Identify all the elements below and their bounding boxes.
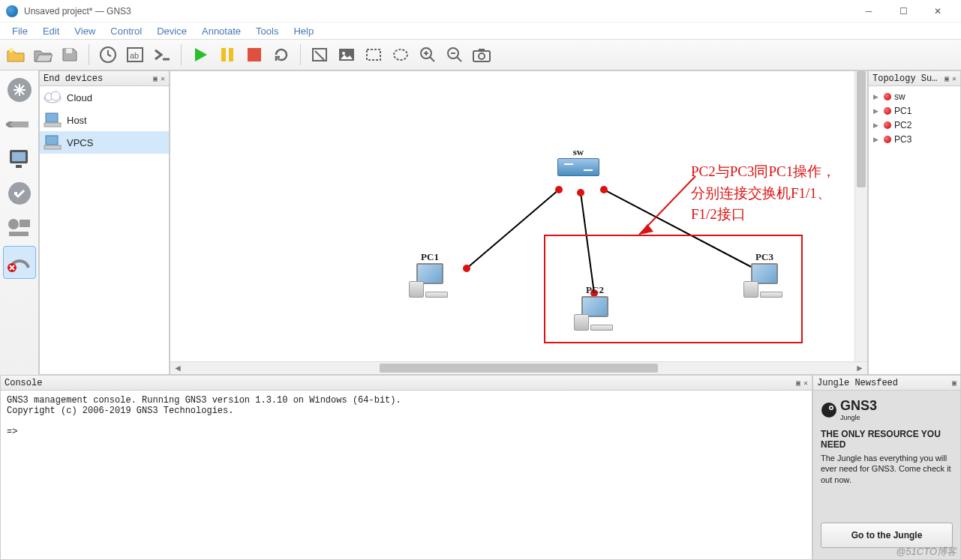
panel-float-icon[interactable]: ▣ xyxy=(944,74,949,83)
panel-close-icon[interactable]: ✕ xyxy=(803,379,808,388)
svg-point-13 xyxy=(394,49,407,60)
snapshot-button[interactable] xyxy=(97,43,119,66)
annotate-rect-button[interactable] xyxy=(362,43,385,66)
maximize-button[interactable]: ☐ xyxy=(886,0,920,22)
canvas-vertical-scrollbar[interactable] xyxy=(854,71,867,361)
save-project-button[interactable] xyxy=(59,43,81,66)
topology-node-sw[interactable]: ▶sw xyxy=(873,89,956,103)
stop-all-button[interactable] xyxy=(243,43,266,66)
svg-rect-39 xyxy=(46,136,58,145)
topology-summary-header[interactable]: Topology Su… ▣✕ xyxy=(869,71,960,86)
watermark: @51CTO博客 xyxy=(896,545,956,559)
close-button[interactable]: ✕ xyxy=(920,0,955,22)
topology-node-pc1[interactable]: ▶PC1 xyxy=(873,103,956,118)
end-devices-panel-header[interactable]: End devices ▣✕ xyxy=(40,71,169,86)
annotation-text: PC2与PC3同PC1操作， 分别连接交换机F1/1、 F1/2接口 xyxy=(691,161,836,226)
menu-help[interactable]: Help xyxy=(286,24,321,38)
panel-float-icon[interactable]: ▣ xyxy=(153,74,158,83)
status-dot-icon xyxy=(884,136,891,143)
new-project-button[interactable] xyxy=(5,43,27,66)
svg-text:ab: ab xyxy=(130,51,139,60)
svg-point-45 xyxy=(463,265,470,272)
newsfeed-panel-title: Jungle Newsfeed xyxy=(817,378,898,388)
annotate-note-button[interactable] xyxy=(308,43,331,66)
console-panel: Console ▣✕ GNS3 management console. Runn… xyxy=(0,375,812,560)
menu-view[interactable]: View xyxy=(67,24,103,38)
console-panel-header[interactable]: Console ▣✕ xyxy=(1,376,812,391)
console-output[interactable]: GNS3 management console. Running GNS3 ve… xyxy=(1,391,812,559)
app-icon xyxy=(6,5,18,17)
security-devices-category-button[interactable] xyxy=(3,177,36,210)
svg-rect-37 xyxy=(46,113,58,122)
svg-rect-29 xyxy=(14,192,17,195)
svg-rect-27 xyxy=(16,165,22,168)
node-pc1[interactable]: PC1 xyxy=(409,251,451,298)
menu-device[interactable]: Device xyxy=(149,24,194,38)
reload-all-button[interactable] xyxy=(270,43,293,66)
svg-point-44 xyxy=(555,186,563,193)
cloud-icon xyxy=(43,89,62,106)
vpcs-icon xyxy=(43,134,62,151)
topology-node-pc3[interactable]: ▶PC3 xyxy=(873,132,956,146)
menu-control[interactable]: Control xyxy=(103,24,149,38)
status-dot-icon xyxy=(884,121,891,129)
minimize-button[interactable]: ─ xyxy=(851,0,886,22)
svg-rect-7 xyxy=(229,48,233,61)
newsfeed-headline: THE ONLY RESOURCE YOU NEED xyxy=(821,429,953,450)
menu-annotate[interactable]: Annotate xyxy=(194,24,248,38)
newsfeed-panel-header[interactable]: Jungle Newsfeed ▣ xyxy=(813,376,960,391)
svg-rect-26 xyxy=(12,152,26,161)
svg-rect-32 xyxy=(9,232,29,236)
annotate-image-button[interactable] xyxy=(335,43,358,66)
menu-tools[interactable]: Tools xyxy=(248,24,286,38)
device-item-host[interactable]: Host xyxy=(40,109,169,131)
add-link-button[interactable] xyxy=(3,246,36,279)
topology-canvas[interactable]: sw PC1 PC2 PC3 xyxy=(170,71,854,361)
device-category-toolbar xyxy=(0,70,39,375)
topology-summary-panel: Topology Su… ▣✕ ▶sw ▶PC1 ▶PC2 ▶PC3 xyxy=(868,70,961,375)
panel-float-icon[interactable]: ▣ xyxy=(952,379,956,388)
zoom-in-button[interactable] xyxy=(416,43,439,66)
svg-rect-38 xyxy=(44,123,61,127)
canvas-horizontal-scrollbar[interactable]: ◄ ► xyxy=(170,361,867,374)
go-to-jungle-button[interactable]: Go to the Jungle xyxy=(821,523,953,548)
open-project-button[interactable] xyxy=(32,43,54,66)
annotate-ellipse-button[interactable] xyxy=(389,43,412,66)
console-all-button[interactable] xyxy=(151,43,173,66)
screenshot-button[interactable] xyxy=(470,43,493,66)
svg-rect-12 xyxy=(367,49,380,60)
svg-rect-6 xyxy=(221,48,226,61)
svg-rect-8 xyxy=(248,48,261,61)
panel-close-icon[interactable]: ✕ xyxy=(161,74,165,83)
end-devices-panel: End devices ▣✕ Cloud Host VPCS xyxy=(39,70,170,375)
routers-category-button[interactable] xyxy=(3,73,36,106)
node-pc1-label: PC1 xyxy=(409,251,451,263)
annotation-box xyxy=(544,235,803,343)
end-devices-category-button[interactable] xyxy=(3,142,36,175)
all-devices-category-button[interactable] xyxy=(3,211,36,244)
pause-all-button[interactable] xyxy=(216,43,239,66)
chameleon-icon xyxy=(821,402,837,418)
svg-rect-1 xyxy=(66,49,72,53)
topology-node-pc2[interactable]: ▶PC2 xyxy=(873,118,956,132)
zoom-out-button[interactable] xyxy=(443,43,466,66)
start-all-button[interactable] xyxy=(189,43,212,66)
svg-point-48 xyxy=(600,186,608,193)
show-interface-labels-button[interactable]: ab xyxy=(124,43,146,66)
panel-float-icon[interactable]: ▣ xyxy=(796,379,800,388)
device-item-vpcs[interactable]: VPCS xyxy=(40,131,169,154)
menu-file[interactable]: File xyxy=(5,24,35,38)
menubar: File Edit View Control Device Annotate T… xyxy=(0,22,961,39)
status-dot-icon xyxy=(884,93,891,100)
switches-category-button[interactable] xyxy=(3,108,36,141)
panel-close-icon[interactable]: ✕ xyxy=(952,74,956,83)
svg-rect-23 xyxy=(479,49,485,52)
status-dot-icon xyxy=(884,107,891,115)
device-item-cloud[interactable]: Cloud xyxy=(40,86,169,109)
newsfeed-panel: Jungle Newsfeed ▣ GNS3Jungle THE ONLY RE… xyxy=(812,375,961,560)
node-sw[interactable]: sw xyxy=(557,146,599,176)
svg-point-30 xyxy=(8,219,19,229)
menu-edit[interactable]: Edit xyxy=(35,24,67,38)
svg-point-11 xyxy=(342,52,345,55)
svg-rect-40 xyxy=(44,145,61,149)
